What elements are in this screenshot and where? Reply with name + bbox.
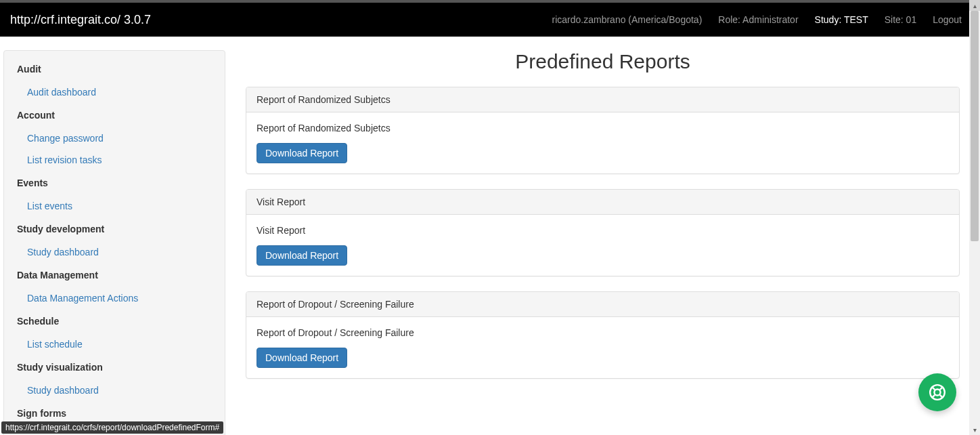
nav-role[interactable]: Role: Administrator xyxy=(710,4,806,35)
sidebar-group-title: Schedule xyxy=(17,316,212,327)
main-content: Predefined Reports Report of Randomized … xyxy=(225,37,980,435)
report-body-title: Visit Report xyxy=(257,225,949,236)
navbar-right: ricardo.zambrano (America/Bogota) Role: … xyxy=(544,4,970,35)
vertical-scrollbar[interactable]: ▴ ▾ xyxy=(969,0,980,435)
navbar-brand[interactable]: http://crf.integrait.co/ 3.0.7 xyxy=(10,13,151,27)
sidebar-well: AuditAudit dashboardAccountChange passwo… xyxy=(3,50,225,435)
svg-line-2 xyxy=(932,387,935,390)
sidebar-link[interactable]: List events xyxy=(17,195,212,217)
help-fab[interactable] xyxy=(918,373,956,411)
panel-heading: Report of Randomized Subjetcs xyxy=(246,87,959,112)
panel-heading: Report of Dropout / Screening Failure xyxy=(246,292,959,317)
sidebar-link[interactable]: Change password xyxy=(17,127,212,149)
sidebar-group-title: Audit xyxy=(17,64,212,75)
sidebar-link[interactable]: Study dashboard xyxy=(17,241,212,263)
svg-line-3 xyxy=(940,387,943,390)
panel-body: Visit ReportDownload Report xyxy=(246,215,959,276)
svg-line-4 xyxy=(932,395,935,398)
report-panel: Report of Dropout / Screening FailureRep… xyxy=(246,291,960,379)
page-title: Predefined Reports xyxy=(246,50,960,73)
sidebar-group-title: Events xyxy=(17,178,212,188)
sidebar-group-title: Account xyxy=(17,110,212,121)
nav-user[interactable]: ricardo.zambrano (America/Bogota) xyxy=(544,4,711,35)
sidebar-group-title: Study visualization xyxy=(17,362,212,373)
nav-site[interactable]: Site: 01 xyxy=(876,4,925,35)
sidebar-link[interactable]: List schedule xyxy=(17,333,212,355)
svg-point-1 xyxy=(934,389,940,395)
scroll-up-arrow[interactable]: ▴ xyxy=(969,0,980,11)
nav-study[interactable]: Study: TEST xyxy=(807,4,876,35)
report-body-title: Report of Dropout / Screening Failure xyxy=(257,327,949,338)
sidebar-link[interactable]: Data Management Actions xyxy=(17,287,212,309)
nav-logout[interactable]: Logout xyxy=(925,4,970,35)
panel-body: Report of Randomized SubjetcsDownload Re… xyxy=(246,112,959,173)
lifebuoy-icon xyxy=(929,384,946,401)
sidebar-link[interactable]: List revision tasks xyxy=(17,149,212,171)
download-report-button[interactable]: Download Report xyxy=(257,143,347,163)
sidebar-link[interactable]: Audit dashboard xyxy=(17,81,212,103)
sidebar-group-title: Data Management xyxy=(17,270,212,281)
report-panel: Report of Randomized SubjetcsReport of R… xyxy=(246,87,960,174)
panel-body: Report of Dropout / Screening FailureDow… xyxy=(246,317,959,378)
download-report-button[interactable]: Download Report xyxy=(257,245,347,266)
svg-line-5 xyxy=(940,395,943,398)
report-panel: Visit ReportVisit ReportDownload Report xyxy=(246,189,960,276)
scroll-thumb[interactable] xyxy=(971,11,979,241)
sidebar-group-title: Sign forms xyxy=(17,408,212,419)
sidebar-group-title: Study development xyxy=(17,224,212,234)
sidebar: AuditAudit dashboardAccountChange passwo… xyxy=(0,37,225,435)
report-body-title: Report of Randomized Subjetcs xyxy=(257,123,949,133)
status-bar-url: https://crf.integrait.co/crfs/report/dow… xyxy=(1,421,223,434)
scroll-down-arrow[interactable]: ▾ xyxy=(969,424,980,435)
sidebar-link[interactable]: Study dashboard xyxy=(17,379,212,401)
navbar: http://crf.integrait.co/ 3.0.7 ricardo.z… xyxy=(0,3,980,37)
panel-heading: Visit Report xyxy=(246,190,959,215)
download-report-button[interactable]: Download Report xyxy=(257,348,347,368)
